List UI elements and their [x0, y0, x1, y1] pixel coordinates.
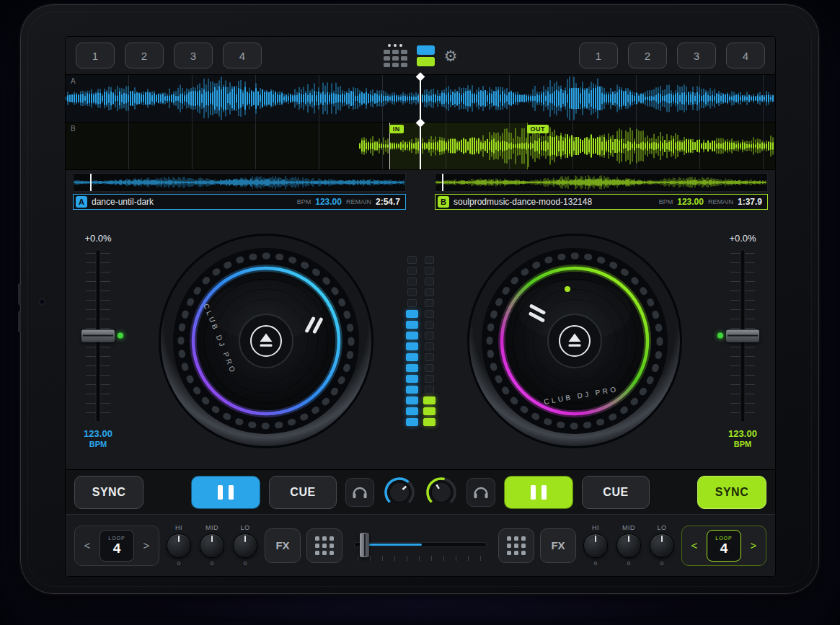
- loop-region: [389, 123, 527, 169]
- loop-half-button-right[interactable]: <: [685, 531, 704, 561]
- vu-segment: [425, 386, 434, 394]
- vu-segment: [425, 288, 434, 296]
- pitch-fader-handle-right[interactable]: [726, 329, 759, 342]
- eq-mid-value-left: 0: [211, 560, 213, 567]
- hotcue-a-4[interactable]: 4: [223, 43, 262, 68]
- deck-bpm-right: 123.00 BPM: [728, 428, 757, 450]
- gear-icon[interactable]: ⚙: [444, 48, 458, 63]
- hotcues-right: 1 2 3 4: [578, 43, 765, 68]
- deck-bpm-value-right: 123.00: [728, 428, 757, 439]
- track-overview-b[interactable]: [435, 173, 768, 192]
- fx-button-left[interactable]: FX: [265, 528, 301, 563]
- loop-value-right: 4: [720, 541, 728, 555]
- loop-out-marker: OUT: [527, 125, 549, 133]
- front-camera: [40, 299, 45, 304]
- loop-half-button-left[interactable]: <: [78, 531, 97, 561]
- layout-selector-icon[interactable]: [384, 44, 407, 67]
- play-pause-button-left[interactable]: [191, 476, 260, 509]
- deck-a-indicator: [417, 45, 435, 55]
- pitch-fader-handle-left[interactable]: [81, 329, 115, 342]
- loop-display-left[interactable]: LOOP 4: [100, 530, 134, 562]
- vu-segment: [406, 386, 418, 394]
- loop-label-right: LOOP: [715, 536, 732, 541]
- vu-meter-left: [406, 256, 418, 426]
- vu-segment: [407, 256, 417, 264]
- jog-wheel-left[interactable]: CLUB DJ PRO: [158, 233, 374, 449]
- eq-hi-label-left: HI: [175, 524, 182, 531]
- pitch-fader-left[interactable]: [78, 250, 118, 422]
- crossfader-handle[interactable]: [360, 533, 369, 557]
- eq-lo-value-left: 0: [244, 560, 247, 567]
- track-info-a: A dance-until-dark BPM 123.00 REMAIN 2:5…: [73, 194, 406, 210]
- track-info-b: B soulprodmusic-dance-mood-132148 BPM 12…: [435, 194, 768, 210]
- pitch-fader-right[interactable]: [722, 250, 763, 422]
- pause-icon: [218, 485, 223, 500]
- vu-segment: [423, 418, 436, 426]
- vu-segment: [406, 353, 418, 361]
- hotcue-b-4[interactable]: 4: [726, 43, 765, 68]
- crossfader[interactable]: [352, 527, 489, 564]
- vu-segment: [406, 310, 418, 318]
- overview-playhead-a: [90, 174, 92, 191]
- vu-segment: [406, 364, 418, 372]
- vu-segment: [406, 418, 418, 426]
- top-center-controls: ⚙: [384, 44, 458, 67]
- crossfader-fill: [366, 544, 422, 546]
- loop-double-button-right[interactable]: >: [744, 531, 763, 561]
- pause-icon: [531, 485, 536, 500]
- headphone-cue-right[interactable]: [467, 478, 495, 507]
- jog-wheel-left-graphic: CLUB DJ PRO: [158, 233, 374, 449]
- fx-button-right[interactable]: FX: [540, 528, 576, 563]
- hotcue-a-2[interactable]: 2: [125, 43, 164, 68]
- bpm-value-a: 123.00: [315, 197, 342, 207]
- vu-segment: [406, 396, 418, 404]
- loop-control-right: < LOOP 4 >: [681, 526, 766, 566]
- eq-mid-knob-right[interactable]: [616, 533, 641, 558]
- loop-display-right[interactable]: LOOP 4: [707, 530, 741, 562]
- deck-b-badge: B: [438, 196, 449, 208]
- eq-hi-value-right: 0: [594, 560, 597, 567]
- vu-segment: [425, 278, 434, 285]
- pads-button-right[interactable]: [498, 528, 534, 563]
- pitch-value-left: +0.0%: [84, 233, 111, 244]
- eq-lo-label-left: LO: [240, 524, 249, 531]
- vu-segment: [423, 407, 436, 415]
- sync-button-right[interactable]: SYNC: [697, 476, 766, 509]
- hotcue-b-3[interactable]: 3: [677, 43, 716, 68]
- eq-lo-knob-left[interactable]: [233, 533, 257, 558]
- hotcue-a-1[interactable]: 1: [76, 43, 115, 68]
- headphone-cue-left[interactable]: [345, 478, 374, 507]
- cue-button-left[interactable]: CUE: [269, 476, 337, 509]
- eq-lo-knob-right[interactable]: [650, 533, 674, 558]
- eq-mid-knob-left[interactable]: [200, 533, 224, 558]
- deck-a-row-label: A: [71, 77, 76, 85]
- hotcue-b-2[interactable]: 2: [628, 43, 667, 68]
- overview-waveform-b: [436, 174, 767, 191]
- play-pause-button-right[interactable]: [504, 476, 573, 509]
- track-overview-a[interactable]: [73, 173, 406, 192]
- headphone-volume-knob-left[interactable]: [383, 476, 416, 509]
- overview-waveform-a: [74, 174, 405, 191]
- vu-segment: [425, 321, 434, 329]
- deck-view-toggle-icon[interactable]: [417, 45, 435, 66]
- cue-button-right[interactable]: CUE: [582, 476, 650, 509]
- hotcue-b-1[interactable]: 1: [579, 43, 618, 68]
- pads-button-left[interactable]: [306, 528, 342, 563]
- headphone-volume-knob-right[interactable]: [425, 476, 458, 509]
- track-title-a: dance-until-dark: [92, 197, 293, 207]
- hotcues-left: 1 2 3 4: [76, 43, 263, 68]
- sync-button-left[interactable]: SYNC: [74, 476, 143, 509]
- eq-hi-knob-left[interactable]: [167, 533, 191, 558]
- loop-double-button-left[interactable]: >: [137, 531, 156, 561]
- jog-wheel-right[interactable]: CLUB DJ PRO: [467, 233, 683, 449]
- eq-lo-label-right: LO: [657, 524, 666, 531]
- vu-segment: [407, 267, 417, 275]
- vu-segment: [423, 396, 436, 404]
- vu-segment: [407, 278, 417, 285]
- bpm-label-a: BPM: [297, 198, 311, 205]
- hotcue-a-3[interactable]: 3: [174, 43, 213, 68]
- top-bar: 1 2 3 4 ⚙ 1 2: [66, 37, 775, 74]
- eq-hi-knob-right[interactable]: [583, 533, 608, 558]
- overview-column-b: B soulprodmusic-dance-mood-132148 BPM 12…: [435, 173, 768, 213]
- pause-icon: [541, 485, 547, 500]
